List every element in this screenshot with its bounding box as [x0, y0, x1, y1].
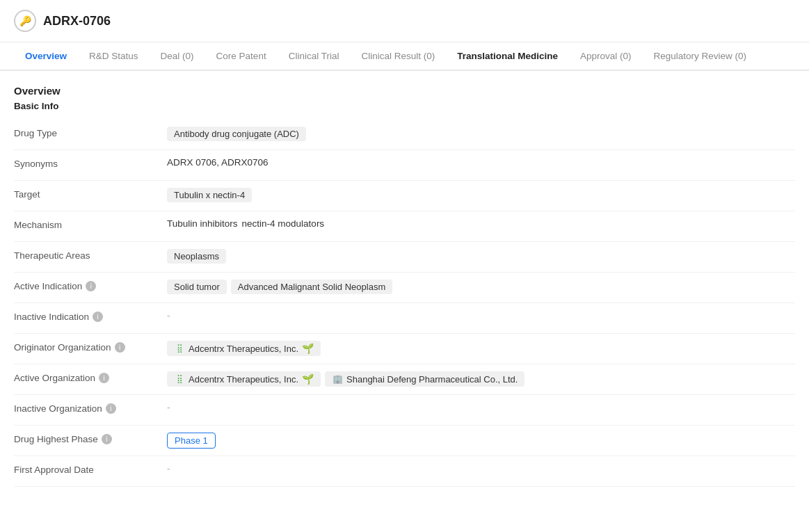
active-indication-value: Solid tumor Advanced Malignant Solid Neo… — [167, 280, 795, 294]
mechanism-value: Tubulin inhibitors nectin-4 modulators — [167, 218, 795, 229]
target-tag: Tubulin x nectin-4 — [167, 188, 252, 202]
inactive-indication-value: - — [167, 310, 795, 321]
target-label: Target — [14, 188, 167, 200]
tab-rd-status[interactable]: R&D Status — [78, 42, 150, 71]
drug-type-row: Drug Type Antibody drug conjugate (ADC) — [14, 120, 795, 150]
navigation-tabs: Overview R&D Status Deal (0) Core Patent… — [0, 42, 809, 71]
section-title: Overview — [14, 85, 795, 97]
mechanism-text-1: Tubulin inhibitors — [167, 218, 238, 229]
target-value: Tubulin x nectin-4 — [167, 188, 795, 202]
first-approval-date-value: - — [167, 463, 795, 474]
drug-icon: 🔑 — [14, 10, 36, 32]
mechanism-text-2: nectin-4 modulators — [242, 218, 325, 229]
tab-overview[interactable]: Overview — [14, 42, 78, 71]
drug-highest-phase-label: Drug Highest Phase i — [14, 433, 167, 444]
originator-org-row: Originator Organization i ⣿ Adcentrx The… — [14, 334, 795, 364]
active-indication-row: Active Indication i Solid tumor Advanced… — [14, 273, 795, 303]
synonyms-value: ADRX 0706, ADRX0706 — [167, 157, 795, 168]
synonyms-row: Synonyms ADRX 0706, ADRX0706 — [14, 150, 795, 181]
therapeutic-areas-tag: Neoplasms — [167, 249, 226, 264]
therapeutic-areas-row: Therapeutic Areas Neoplasms — [14, 242, 795, 273]
active-org-row: Active Organization i ⣿ Adcentrx Therape… — [14, 364, 795, 395]
phase-tag: Phase 1 — [167, 433, 216, 449]
originator-org-value: ⣿ Adcentrx Therapeutics, Inc. 🌱 — [167, 341, 795, 356]
tab-regulatory-review[interactable]: Regulatory Review (0) — [643, 42, 758, 71]
inactive-org-label: Inactive Organization i — [14, 402, 167, 414]
active-indication-info-icon[interactable]: i — [86, 281, 96, 291]
inactive-org-value: - — [167, 402, 795, 412]
drug-highest-phase-info-icon[interactable]: i — [102, 434, 112, 444]
tab-translational-medicine[interactable]: Translational Medicine — [446, 42, 569, 71]
tab-clinical-trial[interactable]: Clinical Trial — [278, 42, 351, 71]
originator-org-tag-1[interactable]: ⣿ Adcentrx Therapeutics, Inc. 🌱 — [167, 341, 321, 356]
active-org-tag-1[interactable]: ⣿ Adcentrx Therapeutics, Inc. 🌱 — [167, 371, 321, 387]
active-org-value: ⣿ Adcentrx Therapeutics, Inc. 🌱 🏢 Shangh… — [167, 371, 795, 387]
active-indication-tag-1: Solid tumor — [167, 280, 227, 294]
header: 🔑 ADRX-0706 — [0, 0, 809, 42]
active-org-tag-2[interactable]: 🏢 Shanghai Defeng Pharmaceutical Co., Lt… — [325, 371, 524, 387]
subsection-title: Basic Info — [14, 101, 795, 111]
mechanism-row: Mechanism Tubulin inhibitors nectin-4 mo… — [14, 211, 795, 242]
active-indication-tag-2: Advanced Malignant Solid Neoplasm — [231, 280, 392, 294]
inactive-indication-label: Inactive Indication i — [14, 310, 167, 322]
org-dots-icon-1: ⣿ — [174, 343, 185, 354]
originator-org-label: Originator Organization i — [14, 341, 167, 353]
drug-highest-phase-value: Phase 1 — [167, 433, 795, 449]
inactive-indication-info-icon[interactable]: i — [93, 312, 103, 322]
tab-approval[interactable]: Approval (0) — [569, 42, 643, 71]
tab-deal[interactable]: Deal (0) — [150, 42, 205, 71]
inactive-indication-row: Inactive Indication i - — [14, 303, 795, 334]
tab-clinical-result[interactable]: Clinical Result (0) — [350, 42, 446, 71]
active-indication-label: Active Indication i — [14, 280, 167, 291]
drug-type-tag: Antibody drug conjugate (ADC) — [167, 127, 306, 141]
drug-title: ADRX-0706 — [43, 14, 111, 29]
active-org-info-icon[interactable]: i — [99, 373, 109, 383]
synonyms-label: Synonyms — [14, 157, 167, 169]
org-dots-icon-2: ⣿ — [174, 373, 185, 385]
target-row: Target Tubulin x nectin-4 — [14, 181, 795, 211]
org-sprout-icon-2: 🌱 — [302, 373, 314, 385]
originator-org-info-icon[interactable]: i — [115, 342, 125, 353]
drug-type-value: Antibody drug conjugate (ADC) — [167, 127, 795, 141]
inactive-org-info-icon[interactable]: i — [106, 403, 116, 414]
tab-core-patent[interactable]: Core Patent — [205, 42, 278, 71]
building-icon-1: 🏢 — [332, 373, 343, 385]
therapeutic-areas-value: Neoplasms — [167, 249, 795, 264]
main-content: Overview Basic Info Drug Type Antibody d… — [0, 71, 809, 501]
therapeutic-areas-label: Therapeutic Areas — [14, 249, 167, 261]
mechanism-label: Mechanism — [14, 218, 167, 230]
first-approval-date-label: First Approval Date — [14, 463, 167, 475]
active-org-label: Active Organization i — [14, 371, 167, 383]
first-approval-date-row: First Approval Date - — [14, 456, 795, 487]
inactive-org-row: Inactive Organization i - — [14, 395, 795, 426]
drug-highest-phase-row: Drug Highest Phase i Phase 1 — [14, 426, 795, 456]
drug-type-label: Drug Type — [14, 127, 167, 138]
org-sprout-icon-1: 🌱 — [302, 343, 314, 354]
